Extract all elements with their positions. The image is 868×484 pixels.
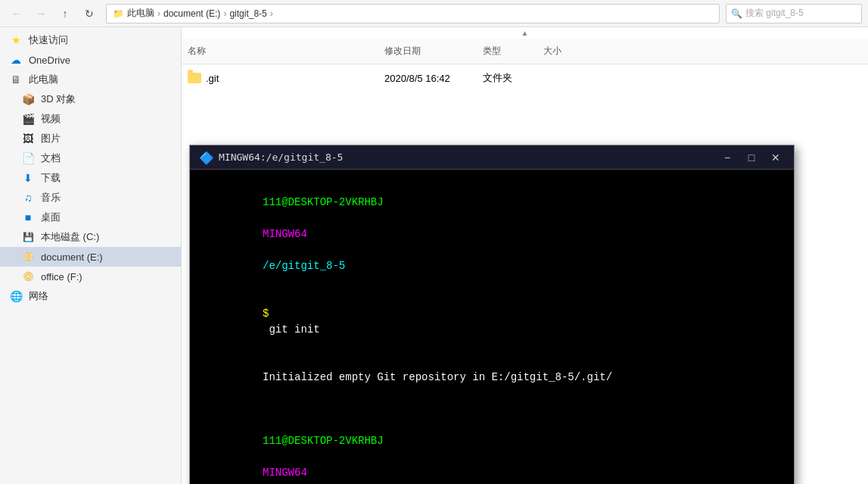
sidebar-item-videos[interactable]: 🎬 视频 xyxy=(0,109,181,129)
sidebar-item-onedrive[interactable]: ☁ OneDrive xyxy=(0,50,181,70)
sidebar-item-this-pc[interactable]: 🖥 此电脑 xyxy=(0,70,181,89)
terminal-title: MINGW64:/e/gitgit_8-5 xyxy=(219,151,718,163)
sidebar-label-local-disk-c: 本地磁盘 (C:) xyxy=(41,230,99,244)
terminal-space-2 xyxy=(263,244,269,256)
breadcrumb-part-3: gitgit_8-5 xyxy=(229,8,266,19)
sidebar-label-document-e: document (E:) xyxy=(41,251,103,263)
documents-icon: 📄 xyxy=(21,151,35,165)
sidebar-label-downloads: 下载 xyxy=(41,171,61,185)
sidebar-item-music[interactable]: ♫ 音乐 xyxy=(0,188,181,208)
terminal-app-icon: 🔷 xyxy=(199,151,213,164)
scroll-up-indicator[interactable]: ▲ xyxy=(182,27,868,39)
terminal-dollar-1: $ xyxy=(263,308,269,320)
sidebar-item-quick-access[interactable]: ★ 快速访问 xyxy=(0,30,181,50)
up-button[interactable]: ↑ xyxy=(54,3,76,24)
terminal-titlebar: 🔷 MINGW64:/e/gitgit_8-5 − □ ✕ xyxy=(190,145,794,170)
sidebar-item-3d-objects[interactable]: 📦 3D 对象 xyxy=(0,89,181,109)
sidebar-item-downloads[interactable]: ⬇ 下载 xyxy=(0,168,181,188)
terminal-user-host-2: 111@DESKTOP-2VKRHBJ xyxy=(263,435,384,447)
col-header-size[interactable]: 大小 xyxy=(537,42,598,61)
folder-icon xyxy=(188,73,201,83)
forward-button[interactable]: → xyxy=(30,3,51,24)
sidebar-label-network: 网络 xyxy=(29,289,48,303)
sidebar-label-videos: 视频 xyxy=(41,112,61,126)
onedrive-icon: ☁ xyxy=(9,53,23,67)
breadcrumb: 📁 此电脑 › document (E:) › gitgit_8-5 › xyxy=(113,7,273,20)
breadcrumb-sep-3: › xyxy=(270,8,273,19)
terminal-shell-2: MINGW64 xyxy=(263,467,307,479)
images-icon: 🖼 xyxy=(21,132,35,145)
main-layout: ★ 快速访问 ☁ OneDrive 🖥 此电脑 📦 3D 对象 🎬 视频 🖼 图… xyxy=(0,27,868,484)
file-size xyxy=(537,77,598,80)
terminal-output-1: Initialized empty Git repository in E:/g… xyxy=(263,371,612,383)
breadcrumb-sep-1: › xyxy=(157,8,160,19)
search-box[interactable]: 🔍 搜索 gitgit_8-5 xyxy=(726,4,862,23)
file-date: 2020/8/5 16:42 xyxy=(378,71,477,86)
back-button[interactable]: ← xyxy=(6,3,27,24)
sidebar-label-images: 图片 xyxy=(41,132,61,145)
breadcrumb-part-2: document (E:) xyxy=(163,8,220,19)
file-name: .git xyxy=(182,71,378,86)
terminal-controls: − □ ✕ xyxy=(718,148,785,167)
refresh-button[interactable]: ↻ xyxy=(79,3,100,24)
document-e-icon: 📀 xyxy=(21,250,35,264)
terminal-space-3 xyxy=(263,451,269,463)
col-header-type[interactable]: 类型 xyxy=(477,42,537,61)
sidebar-label-3d-objects: 3D 对象 xyxy=(41,92,76,106)
sidebar-label-quick-access: 快速访问 xyxy=(29,33,68,47)
terminal-minimize-button[interactable]: − xyxy=(718,148,736,167)
sidebar-item-images[interactable]: 🖼 图片 xyxy=(0,129,181,148)
terminal-line-3: Initialized empty Git repository in E:/g… xyxy=(199,354,785,401)
terminal-line-4 xyxy=(199,401,785,417)
sidebar-label-documents: 文档 xyxy=(41,151,61,165)
search-placeholder: 搜索 gitgit_8-5 xyxy=(745,7,804,20)
col-header-name[interactable]: 名称 xyxy=(182,42,378,61)
downloads-icon: ⬇ xyxy=(21,171,35,185)
pc-icon: 🖥 xyxy=(9,73,23,86)
address-bar[interactable]: 📁 此电脑 › document (E:) › gitgit_8-5 › xyxy=(106,4,720,23)
file-area: ▲ 名称 修改日期 类型 大小 .git 2020/8/5 16:42 文件夹 xyxy=(182,27,868,484)
sidebar-label-onedrive: OneDrive xyxy=(29,55,70,66)
terminal-cmd-1: git init xyxy=(263,323,320,336)
sidebar-item-document-e[interactable]: 📀 document (E:) xyxy=(0,247,181,267)
sidebar-label-music: 音乐 xyxy=(41,191,61,205)
terminal-user-host-1: 111@DESKTOP-2VKRHBJ xyxy=(263,196,384,208)
terminal-path-1: /e/gitgit_8-5 xyxy=(263,260,345,272)
office-f-icon: 📀 xyxy=(21,270,35,283)
nav-bar: ← → ↑ ↻ 📁 此电脑 › document (E:) › gitgit_8… xyxy=(0,0,868,27)
terminal-line-1: 111@DESKTOP-2VKRHBJ MINGW64 /e/gitgit_8-… xyxy=(199,179,785,290)
terminal-window: 🔷 MINGW64:/e/gitgit_8-5 − □ ✕ 111@DESKTO… xyxy=(189,145,795,484)
terminal-shell-1: MINGW64 xyxy=(263,228,307,240)
videos-icon: 🎬 xyxy=(21,112,35,126)
sidebar-item-desktop[interactable]: ■ 桌面 xyxy=(0,208,181,227)
sidebar-item-office-f[interactable]: 📀 office (F:) xyxy=(0,267,181,286)
local-disk-c-icon: 💾 xyxy=(21,230,35,244)
3d-objects-icon: 📦 xyxy=(21,92,35,106)
search-icon: 🔍 xyxy=(731,8,742,19)
terminal-close-button[interactable]: ✕ xyxy=(767,148,785,167)
network-icon: 🌐 xyxy=(9,289,23,303)
music-icon: ♫ xyxy=(21,191,35,205)
breadcrumb-folder-icon: 📁 xyxy=(113,8,124,19)
sidebar-item-network[interactable]: 🌐 网络 xyxy=(0,286,181,306)
file-header: 名称 修改日期 类型 大小 xyxy=(182,39,868,64)
breadcrumb-sep-2: › xyxy=(223,8,226,19)
terminal-body[interactable]: 111@DESKTOP-2VKRHBJ MINGW64 /e/gitgit_8-… xyxy=(190,170,794,484)
sidebar-label-this-pc: 此电脑 xyxy=(29,73,58,86)
sidebar-item-documents[interactable]: 📄 文档 xyxy=(0,148,181,168)
breadcrumb-part-1: 此电脑 xyxy=(127,7,154,20)
star-icon: ★ xyxy=(9,33,23,47)
sidebar-label-desktop: 桌面 xyxy=(41,211,61,224)
table-row[interactable]: .git 2020/8/5 16:42 文件夹 xyxy=(182,67,868,89)
terminal-space-1 xyxy=(263,212,269,224)
sidebar-label-office-f: office (F:) xyxy=(41,271,82,283)
sidebar-item-local-disk-c[interactable]: 💾 本地磁盘 (C:) xyxy=(0,227,181,247)
terminal-maximize-button[interactable]: □ xyxy=(742,148,761,167)
terminal-line-2: $ git init xyxy=(199,290,785,354)
col-header-date[interactable]: 修改日期 xyxy=(378,42,477,61)
sidebar: ★ 快速访问 ☁ OneDrive 🖥 此电脑 📦 3D 对象 🎬 视频 🖼 图… xyxy=(0,27,182,484)
file-type: 文件夹 xyxy=(477,70,537,86)
desktop-icon: ■ xyxy=(21,211,35,224)
terminal-line-5: 111@DESKTOP-2VKRHBJ MINGW64 /e/gitgit_8-… xyxy=(199,417,785,484)
